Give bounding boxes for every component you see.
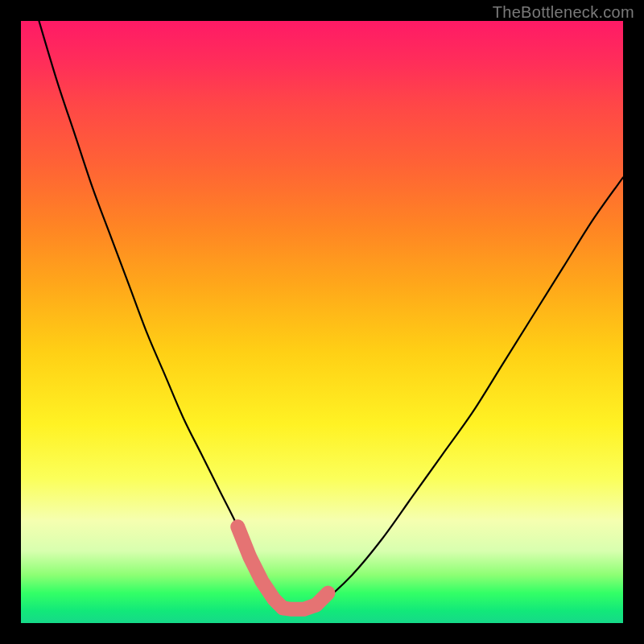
- bottleneck-curve: [39, 21, 623, 610]
- marker-right-arm: [316, 593, 328, 605]
- overlay-svg: [21, 21, 623, 623]
- chart-frame: TheBottleneck.com: [0, 0, 644, 644]
- plot-area: [21, 21, 623, 623]
- watermark-text: TheBottleneck.com: [493, 3, 634, 22]
- optimal-region-markers: [237, 526, 328, 609]
- marker-left-arm: [237, 526, 283, 608]
